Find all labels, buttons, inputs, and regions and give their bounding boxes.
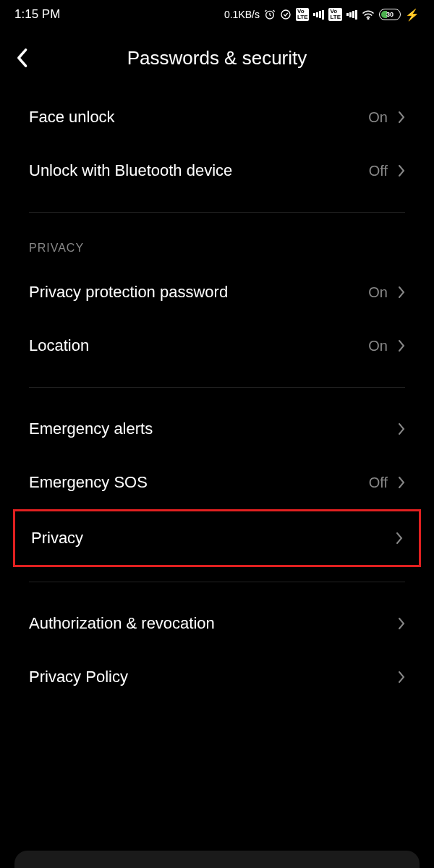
setting-label: Emergency alerts <box>29 420 153 438</box>
section-header-privacy: PRIVACY <box>0 213 434 265</box>
data-rate: 0.1KB/s <box>224 9 260 20</box>
chevron-right-icon <box>398 339 405 352</box>
chevron-right-icon <box>398 111 405 124</box>
svg-point-2 <box>367 18 369 20</box>
setting-label: Location <box>29 336 89 355</box>
chevron-right-icon <box>398 671 405 684</box>
chevron-right-icon <box>398 164 405 177</box>
setting-emergency-alerts[interactable]: Emergency alerts <box>0 402 434 456</box>
alarm-icon <box>264 9 276 20</box>
sync-icon <box>280 9 292 20</box>
setting-label: Unlock with Bluetooth device <box>29 161 232 180</box>
setting-label: Privacy Policy <box>29 668 128 686</box>
setting-value: On <box>368 338 388 354</box>
setting-value: Off <box>369 163 388 179</box>
setting-value: On <box>368 284 388 301</box>
bottom-sheet-peek <box>14 851 420 868</box>
setting-label: Privacy <box>31 529 83 548</box>
chevron-right-icon <box>396 532 403 545</box>
setting-face-unlock[interactable]: Face unlock On <box>0 90 434 144</box>
setting-privacy-password[interactable]: Privacy protection password On <box>0 265 434 319</box>
header: Passwords & security <box>0 29 434 90</box>
setting-label: Authorization & revocation <box>29 614 215 633</box>
status-bar: 1:15 PM 0.1KB/s VoLTE VoLTE 30 ⚡ <box>0 0 434 29</box>
setting-location[interactable]: Location On <box>0 319 434 373</box>
setting-value: Off <box>369 475 388 491</box>
setting-emergency-sos[interactable]: Emergency SOS Off <box>0 456 434 509</box>
back-button[interactable] <box>14 43 43 72</box>
setting-label: Face unlock <box>29 108 115 127</box>
volte-badge-1: VoLTE <box>296 8 310 21</box>
signal-bars-2 <box>346 9 357 20</box>
setting-value: On <box>368 109 388 126</box>
chevron-right-icon <box>398 286 405 299</box>
setting-privacy[interactable]: Privacy <box>15 511 419 565</box>
settings-list: Face unlock On Unlock with Bluetooth dev… <box>0 90 434 704</box>
volte-badge-2: VoLTE <box>328 8 342 21</box>
chevron-right-icon <box>398 617 405 630</box>
status-indicators: 0.1KB/s VoLTE VoLTE 30 ⚡ <box>224 8 420 22</box>
highlight-annotation: Privacy <box>13 509 421 567</box>
setting-privacy-policy[interactable]: Privacy Policy <box>0 650 434 704</box>
chevron-right-icon <box>398 476 405 489</box>
svg-point-1 <box>281 10 290 19</box>
setting-label: Privacy protection password <box>29 283 228 302</box>
status-time: 1:15 PM <box>14 7 60 22</box>
chevron-left-icon <box>14 48 29 68</box>
setting-label: Emergency SOS <box>29 473 148 492</box>
wifi-icon <box>362 9 375 20</box>
chevron-right-icon <box>398 422 405 435</box>
setting-authorization-revocation[interactable]: Authorization & revocation <box>0 597 434 650</box>
signal-bars-1 <box>313 9 324 20</box>
charging-icon: ⚡ <box>405 8 420 22</box>
setting-bluetooth-unlock[interactable]: Unlock with Bluetooth device Off <box>0 144 434 197</box>
battery-indicator: 30 <box>379 9 401 20</box>
page-title: Passwords & security <box>127 47 307 69</box>
